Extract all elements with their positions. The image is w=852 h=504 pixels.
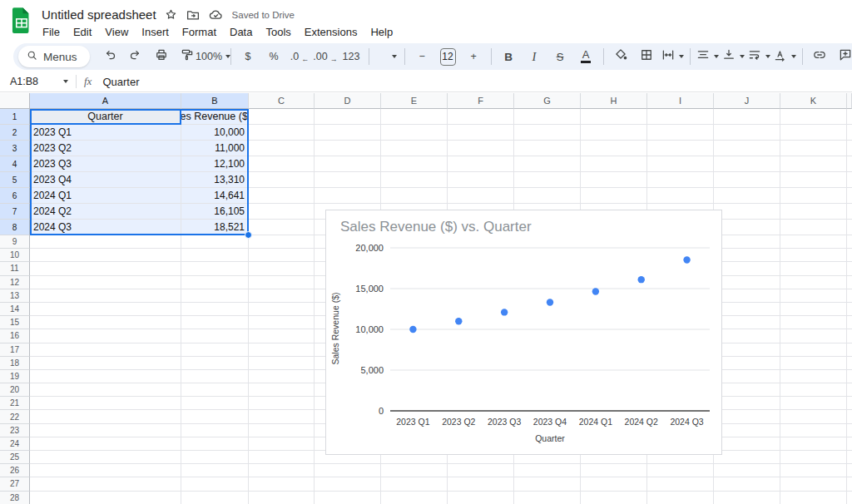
cell-A28[interactable] <box>30 492 181 504</box>
move-folder-icon[interactable] <box>186 7 201 22</box>
cell-K4[interactable] <box>780 156 847 172</box>
cell-A5[interactable]: 2023 Q4 <box>30 172 181 188</box>
cell-A21[interactable] <box>30 397 181 410</box>
cell-A20[interactable] <box>30 383 181 397</box>
column-header-b[interactable]: B <box>181 93 249 109</box>
row-header-1[interactable]: 1 <box>0 109 30 125</box>
cell-I6[interactable] <box>647 188 714 204</box>
cell-G5[interactable] <box>514 172 581 188</box>
row-header-4[interactable]: 4 <box>0 156 30 172</box>
menu-data[interactable]: Data <box>223 24 259 40</box>
cell-B20[interactable] <box>181 383 249 397</box>
cell-J25[interactable] <box>714 451 780 464</box>
text-color-button[interactable]: A <box>573 46 599 67</box>
cell-K12[interactable] <box>780 276 847 289</box>
row-header-22[interactable]: 22 <box>0 410 30 423</box>
menu-help[interactable]: Help <box>364 24 399 40</box>
row-header-14[interactable]: 14 <box>0 303 30 316</box>
chevron-down-icon[interactable] <box>791 55 796 58</box>
menu-edit[interactable]: Edit <box>67 24 98 40</box>
cell-H5[interactable] <box>581 172 647 188</box>
cell-E4[interactable] <box>381 156 448 172</box>
chevron-down-icon[interactable] <box>765 55 770 58</box>
cell-E1[interactable] <box>381 109 448 125</box>
menu-format[interactable]: Format <box>176 24 223 40</box>
select-all-corner[interactable] <box>0 93 30 109</box>
cell-F5[interactable] <box>448 172 514 188</box>
cell-K26[interactable] <box>780 464 847 477</box>
formula-input[interactable]: Quarter <box>102 76 139 88</box>
cell-C24[interactable] <box>249 437 315 451</box>
cell-K22[interactable] <box>780 410 847 423</box>
print-button[interactable] <box>149 46 175 67</box>
cell-C10[interactable] <box>249 249 315 262</box>
cell-H3[interactable] <box>581 141 647 156</box>
cell-F28[interactable] <box>448 492 514 504</box>
cell-B16[interactable] <box>181 329 249 343</box>
cell-B17[interactable] <box>181 343 249 357</box>
cell-K6[interactable] <box>780 188 847 204</box>
row-header-26[interactable]: 26 <box>0 464 30 477</box>
cell-A26[interactable] <box>30 464 181 477</box>
row-header-3[interactable]: 3 <box>0 141 30 156</box>
cell-K8[interactable] <box>780 220 847 235</box>
cell-I26[interactable] <box>647 464 714 477</box>
cell-B22[interactable] <box>181 410 249 423</box>
cell-B5[interactable]: 13,310 <box>181 172 249 188</box>
cell-I3[interactable] <box>647 141 714 156</box>
cell-J20[interactable] <box>714 383 780 397</box>
cell-F4[interactable] <box>448 156 514 172</box>
cell-K11[interactable] <box>780 262 847 275</box>
cell-B26[interactable] <box>181 464 249 477</box>
cell-B19[interactable] <box>181 370 249 383</box>
cell-E28[interactable] <box>381 492 448 504</box>
row-header-27[interactable]: 27 <box>0 477 30 491</box>
cell-K19[interactable] <box>780 370 847 383</box>
cell-E2[interactable] <box>381 125 448 141</box>
cell-J22[interactable] <box>714 410 780 423</box>
name-box[interactable]: A1:B8 <box>10 76 68 87</box>
cell-J13[interactable] <box>714 289 780 303</box>
menu-file[interactable]: File <box>36 24 67 40</box>
merge-cells-button[interactable] <box>660 46 686 67</box>
column-header-k[interactable]: K <box>780 93 847 109</box>
menu-extensions[interactable]: Extensions <box>298 24 364 40</box>
cell-J24[interactable] <box>714 437 780 451</box>
cell-B24[interactable] <box>181 437 249 451</box>
borders-button[interactable] <box>634 46 660 67</box>
undo-button[interactable] <box>97 46 123 67</box>
decrease-font-size-button[interactable]: − <box>409 46 435 67</box>
cell-B9[interactable] <box>181 235 249 249</box>
cell-K24[interactable] <box>780 437 847 451</box>
cell-G1[interactable] <box>514 109 581 125</box>
row-header-10[interactable]: 10 <box>0 249 30 262</box>
cell-F1[interactable] <box>448 109 514 125</box>
data-point-2023-q3[interactable] <box>501 309 508 315</box>
row-header-9[interactable]: 9 <box>0 235 30 249</box>
cell-C15[interactable] <box>249 316 315 329</box>
cell-K18[interactable] <box>780 357 847 370</box>
column-header-g[interactable]: G <box>514 93 581 109</box>
cell-B14[interactable] <box>181 303 249 316</box>
cell-K27[interactable] <box>780 477 847 491</box>
cell-D1[interactable] <box>315 109 381 125</box>
insert-link-button[interactable] <box>807 46 833 67</box>
cell-J21[interactable] <box>714 397 780 410</box>
cell-B11[interactable] <box>181 262 249 275</box>
cell-K28[interactable] <box>780 492 847 504</box>
cell-J28[interactable] <box>714 492 780 504</box>
insert-comment-button[interactable] <box>833 46 852 67</box>
cell-E5[interactable] <box>381 172 448 188</box>
cell-D6[interactable] <box>315 188 381 204</box>
text-wrap-button[interactable] <box>746 46 772 67</box>
cell-J4[interactable] <box>714 156 780 172</box>
data-point-2024-q2[interactable] <box>638 276 645 283</box>
cell-C2[interactable] <box>249 125 315 141</box>
cell-K15[interactable] <box>780 316 847 329</box>
font-size-input[interactable]: 12 <box>435 46 461 67</box>
increase-decimals-button[interactable]: .00→ <box>313 46 339 67</box>
data-point-2023-q2[interactable] <box>455 318 462 324</box>
cell-J17[interactable] <box>714 343 780 357</box>
cell-E3[interactable] <box>381 141 448 156</box>
row-header-2[interactable]: 2 <box>0 125 30 141</box>
